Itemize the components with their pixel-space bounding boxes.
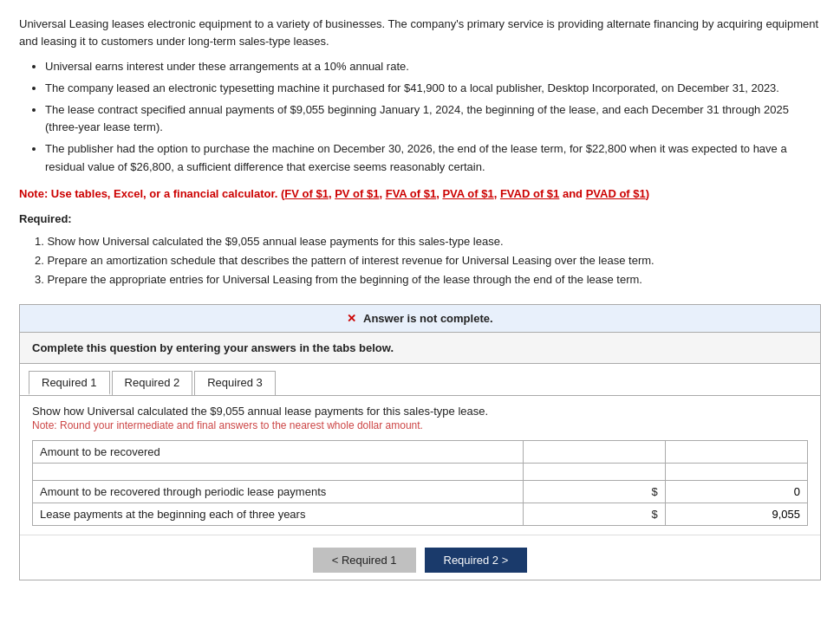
fvad-link[interactable]: FVAD of $1 — [500, 187, 559, 200]
required-items: 1. Show how Universal calculated the $9,… — [35, 232, 821, 289]
row3-label: Amount to be recovered through periodic … — [33, 480, 524, 503]
note-label: Note: Use tables, Excel, or a financial … — [19, 187, 277, 200]
spacer-empty1 — [523, 463, 665, 480]
row4-label: Lease payments at the beginning each of … — [33, 503, 524, 525]
answer-status-text: Answer is not complete. — [363, 312, 493, 325]
answer-status-banner: ✕ Answer is not complete. — [20, 305, 820, 333]
required-item-3: 3. Prepare the appropriate entries for U… — [35, 270, 821, 289]
row4-currency: $ — [523, 503, 665, 525]
table-row-1: Amount to be recovered — [33, 440, 808, 463]
tab1-round-note: Note: Round your intermediate and final … — [32, 419, 808, 431]
next-button[interactable]: Required 2 > — [425, 548, 528, 573]
table-row-3: Amount to be recovered through periodic … — [33, 480, 808, 503]
complete-instruction: Complete this question by entering your … — [20, 333, 820, 364]
tab1-instruction: Show how Universal calculated the $9,055… — [32, 405, 808, 418]
table-row-spacer — [33, 463, 808, 480]
row4-value[interactable] — [665, 503, 807, 525]
spacer-empty2 — [665, 463, 807, 480]
row1-value-empty — [665, 440, 807, 463]
bullet-item-4: The publisher had the option to purchase… — [45, 140, 821, 177]
note-line: Note: Use tables, Excel, or a financial … — [19, 185, 821, 203]
x-icon: ✕ — [347, 312, 356, 325]
answer-box: ✕ Answer is not complete. Complete this … — [19, 304, 821, 580]
lease-table: Amount to be recovered Amount to be reco… — [32, 440, 808, 526]
intro-paragraph: Universal Leasing leases electronic equi… — [19, 16, 821, 49]
pvad-link[interactable]: PVAD of $1 — [586, 187, 646, 200]
tabs-row: Required 1 Required 2 Required 3 — [20, 364, 820, 396]
row4-input[interactable] — [673, 508, 800, 521]
nav-buttons: < Required 1 Required 2 > — [20, 535, 820, 580]
tab-required1[interactable]: Required 1 — [29, 371, 110, 395]
row1-empty — [523, 440, 665, 463]
row3-value[interactable] — [665, 480, 807, 503]
fv-link[interactable]: FV of $1 — [284, 187, 329, 200]
required-item-1: 1. Show how Universal calculated the $9,… — [35, 232, 821, 251]
bullet-list: Universal earns interest under these arr… — [45, 58, 821, 177]
tab1-content: Show how Universal calculated the $9,055… — [20, 396, 820, 526]
required-item-2: 2. Prepare an amortization schedule that… — [35, 251, 821, 270]
table-row-4: Lease payments at the beginning each of … — [33, 503, 808, 525]
prev-button[interactable]: < Required 1 — [313, 548, 416, 573]
bullet-item-2: The company leased an electronic typeset… — [45, 80, 821, 98]
bullet-item-1: Universal earns interest under these arr… — [45, 58, 821, 76]
tab-required2[interactable]: Required 2 — [112, 371, 193, 395]
spacer-label — [33, 463, 524, 480]
row3-input[interactable] — [673, 485, 800, 498]
tab-required3[interactable]: Required 3 — [194, 371, 276, 395]
row3-currency: $ — [523, 480, 665, 503]
fva-link[interactable]: FVA of $1 — [386, 187, 437, 200]
bullet-item-3: The lease contract specified annual paym… — [45, 101, 821, 138]
pva-link[interactable]: PVA of $1 — [442, 187, 493, 200]
row1-label: Amount to be recovered — [33, 440, 524, 463]
pv-link[interactable]: PV of $1 — [335, 187, 379, 200]
required-label: Required: — [19, 212, 821, 225]
